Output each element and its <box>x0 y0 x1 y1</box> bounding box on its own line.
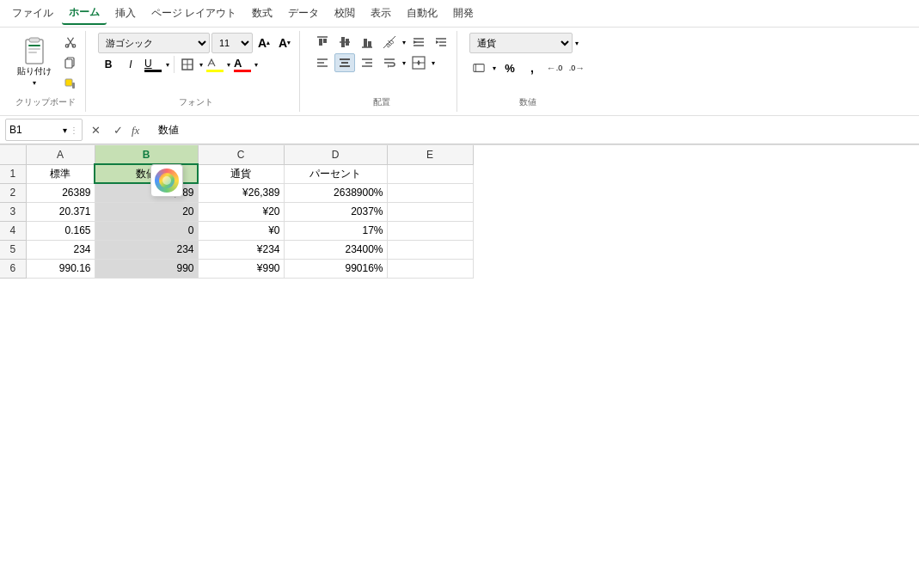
text-align-right-button[interactable] <box>357 53 377 72</box>
cell-c1[interactable]: 通貨 <box>198 164 284 183</box>
cell-e1[interactable] <box>387 164 473 183</box>
row-header-3[interactable]: 3 <box>0 202 26 221</box>
col-header-a[interactable]: A <box>26 145 95 164</box>
number-format-select[interactable]: 通貨 <box>469 33 573 53</box>
col-header-d[interactable]: D <box>284 145 387 164</box>
orientation-dropdown[interactable]: ▾ <box>401 37 407 48</box>
text-align-center-button[interactable] <box>334 53 355 72</box>
cell-d1[interactable]: パーセント <box>284 164 387 183</box>
cell-a4[interactable]: 0.165 <box>26 221 95 240</box>
cell-e6[interactable] <box>387 259 473 278</box>
font-color-dropdown[interactable]: ▾ <box>254 59 259 70</box>
font-size-select[interactable]: 11 <box>211 33 253 53</box>
bold-button[interactable]: B <box>98 55 119 74</box>
menu-file[interactable]: ファイル <box>5 3 60 24</box>
cell-e3[interactable] <box>387 202 473 221</box>
row-header-2[interactable]: 2 <box>0 183 26 202</box>
cell-b4[interactable]: 0 <box>95 221 198 240</box>
font-family-select[interactable]: 游ゴシック <box>98 33 210 53</box>
cell-e4[interactable] <box>387 221 473 240</box>
align-bottom-button[interactable] <box>357 33 377 52</box>
grow-font-button[interactable]: A▴ <box>254 34 273 52</box>
menu-formulas[interactable]: 数式 <box>245 3 279 24</box>
increase-decimal-button[interactable]: .0→ <box>567 58 586 77</box>
currency-dropdown[interactable]: ▾ <box>492 63 497 74</box>
menu-home[interactable]: ホーム <box>62 2 107 25</box>
cell-d5[interactable]: 23400% <box>284 240 387 259</box>
copy-button[interactable] <box>61 53 80 72</box>
fill-dropdown[interactable]: ▾ <box>226 59 231 70</box>
cell-b3[interactable]: 20 <box>95 202 198 221</box>
cell-c6[interactable]: ¥990 <box>198 259 284 278</box>
cancel-formula-button[interactable]: ✕ <box>86 120 105 139</box>
col-header-b[interactable]: B <box>95 145 198 164</box>
formula-content[interactable]: 数値 <box>153 123 914 138</box>
confirm-formula-button[interactable]: ✓ <box>108 120 127 139</box>
cell-a6[interactable]: 990.16 <box>26 259 95 278</box>
fill-color-button[interactable] <box>205 55 224 74</box>
merge-dropdown[interactable]: ▾ <box>431 58 436 69</box>
menu-view[interactable]: 表示 <box>364 3 398 24</box>
percent-button[interactable]: % <box>500 58 519 77</box>
comma-button[interactable]: , <box>523 58 542 77</box>
cell-a1[interactable]: 標準 <box>26 164 95 183</box>
format-painter-button[interactable] <box>61 74 80 93</box>
number-format-dropdown[interactable]: ▾ <box>574 38 579 49</box>
increase-indent-button[interactable] <box>431 33 451 52</box>
align-middle-button[interactable] <box>334 33 355 52</box>
cell-d2[interactable]: 2638900% <box>284 183 387 202</box>
alignment-group: ab ▾ <box>307 31 457 112</box>
font-color-button[interactable]: A <box>233 55 252 74</box>
menu-automate[interactable]: 自動化 <box>400 3 444 24</box>
wrap-dropdown[interactable]: ▾ <box>401 58 407 69</box>
currency-button[interactable] <box>469 58 488 77</box>
menu-develop[interactable]: 開発 <box>446 3 481 24</box>
formula-controls: ✕ ✓ fx <box>86 120 150 139</box>
cell-d4[interactable]: 17% <box>284 221 387 240</box>
cell-e2[interactable] <box>387 183 473 202</box>
col-header-c[interactable]: C <box>198 145 284 164</box>
menu-data[interactable]: データ <box>281 3 326 24</box>
cell-e5[interactable] <box>387 240 473 259</box>
cell-a5[interactable]: 234 <box>26 240 95 259</box>
border-dropdown[interactable]: ▾ <box>199 59 204 70</box>
cut-button[interactable] <box>61 33 80 52</box>
cell-ref-dropdown[interactable]: ▾ <box>63 126 67 135</box>
shrink-font-button[interactable]: A▾ <box>275 34 294 52</box>
cell-c5[interactable]: ¥234 <box>198 240 284 259</box>
align-top-button[interactable] <box>312 33 333 52</box>
menu-insert[interactable]: 挿入 <box>108 3 143 24</box>
cell-c4[interactable]: ¥0 <box>198 221 284 240</box>
text-align-left-button[interactable] <box>312 53 333 72</box>
cell-c2[interactable]: ¥26,389 <box>198 183 284 202</box>
paste-button[interactable]: 貼り付け ▾ <box>10 34 58 92</box>
autocomplete-popup[interactable] <box>150 164 183 197</box>
row-header-1[interactable]: 1 <box>0 164 26 183</box>
cell-d3[interactable]: 2037% <box>284 202 387 221</box>
col-header-e[interactable]: E <box>387 145 473 164</box>
svg-point-5 <box>65 45 69 48</box>
underline-button[interactable]: U <box>143 55 163 74</box>
cell-b6[interactable]: 990 <box>95 259 198 278</box>
wrap-text-button[interactable] <box>379 53 400 72</box>
cell-a2[interactable]: 26389 <box>26 183 95 202</box>
cell-b5[interactable]: 234 <box>95 240 198 259</box>
insert-function-button[interactable]: fx <box>131 120 150 139</box>
row-header-5[interactable]: 5 <box>0 240 26 259</box>
border-button[interactable] <box>178 55 197 74</box>
italic-button[interactable]: I <box>120 55 141 74</box>
row-header-6[interactable]: 6 <box>0 259 26 278</box>
cell-a3[interactable]: 20.371 <box>26 202 95 221</box>
cell-c3[interactable]: ¥20 <box>198 202 284 221</box>
underline-dropdown[interactable]: ▾ <box>165 59 170 70</box>
merge-cells-button[interactable] <box>408 53 429 72</box>
menu-review[interactable]: 校閲 <box>328 3 362 24</box>
decrease-decimal-button[interactable]: ←.0 <box>545 58 564 77</box>
orientation-button[interactable]: ab <box>379 33 400 52</box>
cell-d6[interactable]: 99016% <box>284 259 387 278</box>
paste-dropdown-arrow[interactable]: ▾ <box>32 77 37 89</box>
menu-page-layout[interactable]: ページ レイアウト <box>144 3 243 24</box>
row-header-4[interactable]: 4 <box>0 221 26 240</box>
svg-rect-23 <box>368 41 371 47</box>
decrease-indent-button[interactable] <box>408 33 429 52</box>
